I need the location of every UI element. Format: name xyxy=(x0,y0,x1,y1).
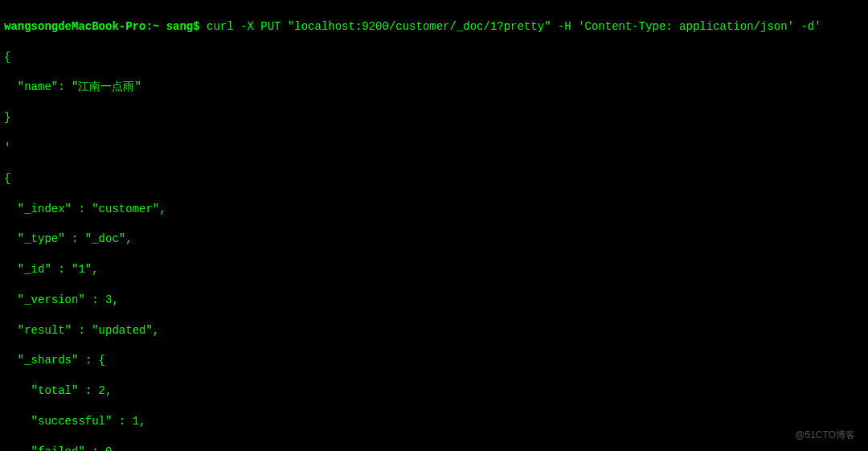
response-put-line5: "_version" : 3, xyxy=(4,293,864,308)
watermark: @51CTO博客 xyxy=(795,428,855,441)
response-put-line8: "total" : 2, xyxy=(4,383,864,399)
prompt-host: wangsongdeMacBook-Pro:~ xyxy=(4,20,159,33)
input-body-line4: ' xyxy=(4,141,864,156)
response-put-line3: "_type" : "_doc", xyxy=(4,232,864,247)
input-body-line1: { xyxy=(4,50,864,65)
response-put-line7: "_shards" : { xyxy=(4,353,864,368)
prompt-user: sang$ xyxy=(166,20,200,33)
response-put-line6: "result" : "updated", xyxy=(4,323,864,338)
response-put-line2: "_index" : "customer", xyxy=(4,202,864,217)
response-put-line1: { xyxy=(4,171,864,187)
response-put-line4: "_id" : "1", xyxy=(4,262,864,277)
command-put: curl -X PUT "localhost:9200/customer/_do… xyxy=(207,20,821,33)
response-put-line9: "successful" : 1, xyxy=(4,414,864,429)
terminal-window[interactable]: wangsongdeMacBook-Pro:~ sang$ curl -X PU… xyxy=(4,4,864,451)
input-body-line2: "name": "江南一点雨" xyxy=(4,80,864,95)
prompt-line-1: wangsongdeMacBook-Pro:~ sang$ curl -X PU… xyxy=(4,19,864,35)
response-put-line10: "failed" : 0 xyxy=(4,445,864,451)
input-body-line3: } xyxy=(4,110,864,125)
